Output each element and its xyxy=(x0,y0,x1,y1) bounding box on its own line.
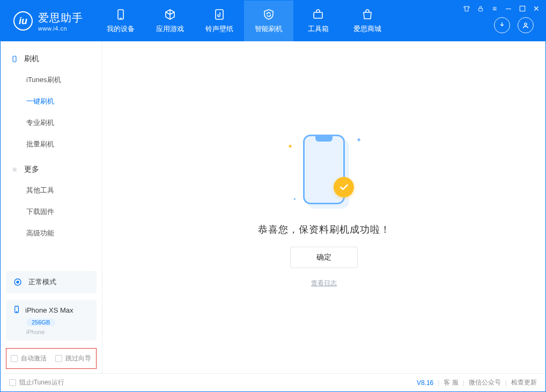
account-button[interactable] xyxy=(518,17,534,33)
device-phone-icon xyxy=(12,305,21,315)
tab-label: 应用游戏 xyxy=(156,24,184,34)
device-type: iPhone xyxy=(26,329,90,335)
device-card[interactable]: iPhone XS Max 256GB iPhone xyxy=(6,300,97,341)
brand-name: 爱思助手 xyxy=(38,11,83,25)
download-button[interactable] xyxy=(494,17,510,33)
separator: | xyxy=(463,379,464,387)
tab-label: 爱思商城 xyxy=(353,24,381,34)
device-name: iPhone XS Max xyxy=(25,306,73,314)
list-icon: ≡ xyxy=(10,165,19,174)
svg-point-11 xyxy=(16,312,17,312)
minimize-button[interactable]: ─ xyxy=(505,5,512,12)
statusbar: 阻止iTunes运行 V8.16 | 客 服 | 微信公众号 | 检查更新 xyxy=(1,373,545,391)
brand: iu 爱思助手 www.i4.cn xyxy=(1,1,93,41)
bag-icon xyxy=(361,8,374,21)
view-log-link[interactable]: 查看日志 xyxy=(311,279,337,288)
sparkle-icon: ✦ xyxy=(287,143,293,150)
brand-url: www.i4.cn xyxy=(38,25,83,32)
checkbox-skip-guide[interactable]: 跳过向导 xyxy=(55,354,91,363)
shirt-icon[interactable] xyxy=(463,5,470,12)
close-button[interactable]: ✕ xyxy=(533,5,540,12)
tab-toolbox[interactable]: 工具箱 xyxy=(293,1,343,41)
body: 刷机 iTunes刷机 一键刷机 专业刷机 批量刷机 ≡ 更多 其他工具 下载固… xyxy=(1,41,545,373)
window-controls: ≡ ─ ✕ xyxy=(463,5,540,12)
tab-smart-flash[interactable]: 智能刷机 xyxy=(244,1,293,41)
mode-icon xyxy=(12,277,23,287)
sidebar-item-download-firmware[interactable]: 下载固件 xyxy=(1,201,102,223)
checkbox-auto-activate[interactable]: 自动激活 xyxy=(11,354,47,363)
mode-label: 正常模式 xyxy=(28,277,56,287)
sidebar-section-more: ≡ 更多 xyxy=(1,159,102,180)
tab-label: 我的设备 xyxy=(107,24,135,34)
main-content: ✦ ✦ ✦ 恭喜您，保资料刷机成功啦！ 确定 查看日志 xyxy=(102,41,545,373)
separator: | xyxy=(438,379,439,387)
checkbox-label: 自动激活 xyxy=(21,354,47,363)
svg-rect-5 xyxy=(479,8,483,11)
check-badge-icon xyxy=(334,177,354,197)
titlebar: iu 爱思助手 www.i4.cn 我的设备 应用游戏 铃声壁纸 智能刷机 xyxy=(1,1,545,41)
checkbox-label: 跳过向导 xyxy=(65,354,91,363)
tab-ringtones-wallpapers[interactable]: 铃声壁纸 xyxy=(195,1,244,41)
ok-button[interactable]: 确定 xyxy=(290,247,358,268)
svg-point-9 xyxy=(17,281,19,283)
section-title: 刷机 xyxy=(24,54,39,64)
logo-icon: iu xyxy=(13,11,33,31)
svg-point-4 xyxy=(525,23,527,25)
checkbox-block-itunes[interactable]: 阻止iTunes运行 xyxy=(9,378,64,387)
support-link[interactable]: 客 服 xyxy=(444,378,458,387)
menu-icon[interactable]: ≡ xyxy=(491,5,498,12)
sparkle-icon: ✦ xyxy=(356,136,361,144)
tab-my-device[interactable]: 我的设备 xyxy=(96,1,145,41)
sidebar-item-other-tools[interactable]: 其他工具 xyxy=(1,180,102,201)
success-illustration: ✦ ✦ ✦ xyxy=(281,127,367,212)
svg-rect-2 xyxy=(216,10,223,19)
svg-rect-6 xyxy=(520,6,525,11)
music-file-icon xyxy=(213,8,226,21)
user-icon xyxy=(521,21,530,29)
wechat-link[interactable]: 微信公众号 xyxy=(469,378,501,387)
checkbox-icon xyxy=(11,355,18,362)
mode-card[interactable]: 正常模式 xyxy=(6,271,97,293)
sidebar-item-advanced[interactable]: 高级功能 xyxy=(1,223,102,244)
sidebar: 刷机 iTunes刷机 一键刷机 专业刷机 批量刷机 ≡ 更多 其他工具 下载固… xyxy=(1,41,102,373)
section-title: 更多 xyxy=(24,165,39,174)
refresh-shield-icon xyxy=(262,8,275,21)
download-icon xyxy=(498,21,506,29)
maximize-button[interactable] xyxy=(519,5,526,12)
separator: | xyxy=(505,379,507,387)
phone-small-icon xyxy=(10,55,19,63)
tab-label: 铃声壁纸 xyxy=(205,24,233,34)
sidebar-item-oneclick-flash[interactable]: 一键刷机 xyxy=(1,91,102,112)
sidebar-item-pro-flash[interactable]: 专业刷机 xyxy=(1,112,102,134)
app-window: iu 爱思助手 www.i4.cn 我的设备 应用游戏 铃声壁纸 智能刷机 xyxy=(0,0,546,392)
nav-tabs: 我的设备 应用游戏 铃声壁纸 智能刷机 工具箱 爱思商城 xyxy=(96,1,392,41)
device-capacity: 256GB xyxy=(26,319,55,326)
version-label: V8.16 xyxy=(417,379,433,387)
tab-store[interactable]: 爱思商城 xyxy=(343,1,392,41)
lock-icon[interactable] xyxy=(477,5,484,12)
device-icon xyxy=(114,8,127,21)
tab-label: 智能刷机 xyxy=(255,24,283,34)
checkbox-label: 阻止iTunes运行 xyxy=(19,378,64,387)
svg-rect-3 xyxy=(314,12,322,18)
update-link[interactable]: 检查更新 xyxy=(511,378,537,387)
options-highlight-box: 自动激活 跳过向导 xyxy=(6,348,97,369)
checkbox-icon xyxy=(55,355,62,362)
tab-label: 工具箱 xyxy=(308,24,329,34)
sidebar-section-flash: 刷机 xyxy=(1,49,102,69)
checkbox-icon xyxy=(9,379,16,386)
success-message: 恭喜您，保资料刷机成功啦！ xyxy=(258,223,390,236)
tab-apps-games[interactable]: 应用游戏 xyxy=(145,1,195,41)
sparkle-icon: ✦ xyxy=(293,197,297,202)
cube-icon xyxy=(164,8,176,21)
sidebar-item-batch-flash[interactable]: 批量刷机 xyxy=(1,134,102,155)
toolbox-icon xyxy=(312,8,324,21)
svg-rect-7 xyxy=(13,56,16,62)
sidebar-item-itunes-flash[interactable]: iTunes刷机 xyxy=(1,69,102,91)
